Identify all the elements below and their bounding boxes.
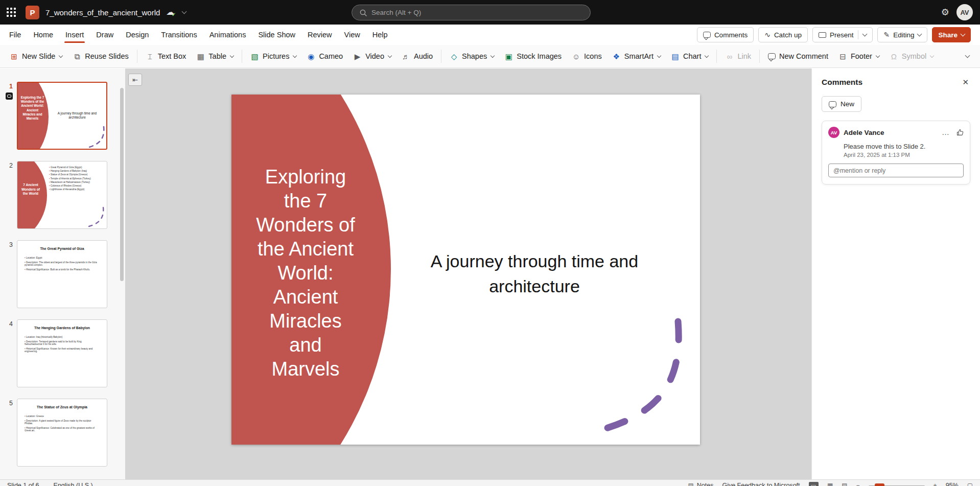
account-avatar[interactable]: AV xyxy=(956,4,973,20)
purple-dashes-shape[interactable] xyxy=(231,95,700,445)
app-launcher-button[interactable] xyxy=(0,0,22,25)
tab-animations[interactable]: Animations xyxy=(203,25,252,45)
thumbnail-scrollbar[interactable] xyxy=(120,88,124,281)
comment-badge[interactable] xyxy=(6,92,13,100)
table-button[interactable]: ▦ Table xyxy=(192,48,238,65)
tab-help[interactable]: Help xyxy=(366,25,394,45)
comment-reply-input[interactable] xyxy=(828,164,964,177)
shapes-button[interactable]: ◇ Shapes xyxy=(445,48,499,65)
thumb-title: The Statue of Zeus at Olympia xyxy=(17,405,107,409)
slide-sorter-view-button[interactable]: ▦ xyxy=(827,482,833,486)
slide-thumbnail-panel: 1 Exploring the 7 Wonders of the Ancient… xyxy=(0,68,125,479)
zoom-in-button[interactable]: + xyxy=(934,482,937,486)
footer-button[interactable]: ⊟ Footer xyxy=(834,48,884,65)
close-icon[interactable]: ✕ xyxy=(961,76,970,88)
avatar-initials: AV xyxy=(831,130,837,135)
tab-draw[interactable]: Draw xyxy=(90,25,120,45)
tab-review[interactable]: Review xyxy=(301,25,338,45)
video-button[interactable]: ▶ Video xyxy=(348,48,396,65)
search-box[interactable] xyxy=(352,5,591,20)
smartart-button[interactable]: ❖ SmartArt xyxy=(608,48,665,65)
cameo-button[interactable]: ◉ Cameo xyxy=(302,48,347,65)
waffle-icon xyxy=(7,8,16,17)
powerpoint-logo-icon[interactable]: P xyxy=(26,6,39,19)
zoom-out-button[interactable]: − xyxy=(856,482,860,486)
notes-toggle[interactable]: ▤ Notes xyxy=(688,482,713,486)
normal-view-button[interactable]: ▭ xyxy=(809,482,819,486)
tab-design[interactable]: Design xyxy=(120,25,155,45)
slide-5-thumbnail[interactable]: The Statue of Zeus at Olympia Location: … xyxy=(17,399,107,467)
tab-transitions[interactable]: Transitions xyxy=(155,25,203,45)
settings-gear-icon[interactable]: ⚙ xyxy=(941,7,949,18)
bullet: Location: Egypt xyxy=(25,257,97,260)
title-chevron-down-icon[interactable] xyxy=(182,9,187,14)
slide-4-thumbnail[interactable]: The Hanging Gardens of Babylon Location:… xyxy=(17,319,107,387)
share-chevron-down-icon xyxy=(961,32,966,37)
cameo-icon: ◉ xyxy=(307,53,315,60)
catch-up-label: Catch up xyxy=(774,31,802,39)
more-options-icon[interactable]: … xyxy=(942,131,950,134)
ribbon-collapse-button[interactable] xyxy=(960,49,975,64)
bullet: Historical Significance: Built as a tomb… xyxy=(25,268,97,271)
new-slide-icon: ⊞ xyxy=(10,53,18,60)
slide-number: 4 xyxy=(9,320,13,328)
zoom-slider-thumb[interactable] xyxy=(875,483,884,486)
ribbon-label: Audio xyxy=(414,52,433,60)
ribbon-label: New Comment xyxy=(779,52,828,60)
slide-2-thumbnail[interactable]: 7 Ancient Wonders of the World Great Pyr… xyxy=(17,161,107,229)
zoom-level[interactable]: 95% xyxy=(946,482,959,486)
chevron-down-icon xyxy=(230,53,234,57)
new-slide-button[interactable]: ⊞ New Slide xyxy=(5,48,67,65)
thumb-bullets: Location: Egypt Description: The oldest … xyxy=(25,257,97,271)
status-bar: Slide 1 of 6 English (U.S.) ▤ Notes Give… xyxy=(0,479,980,486)
feedback-link[interactable]: Give Feedback to Microsoft xyxy=(722,482,800,486)
slide-3-thumbnail[interactable]: The Great Pyramid of Giza Location: Egyp… xyxy=(17,240,107,308)
share-button[interactable]: Share xyxy=(932,27,971,42)
collapse-pane-icon: ⇤ xyxy=(132,76,138,84)
chevron-down-icon xyxy=(930,53,934,57)
notes-label: Notes xyxy=(697,482,714,486)
like-icon[interactable] xyxy=(956,129,964,136)
ribbon-label: Footer xyxy=(851,52,872,60)
text-box-button[interactable]: ⌶ Text Box xyxy=(141,48,191,65)
audio-button[interactable]: ♬ Audio xyxy=(397,48,437,65)
new-comment-icon xyxy=(768,53,776,59)
tab-slide-show[interactable]: Slide Show xyxy=(252,25,301,45)
divider xyxy=(137,50,137,63)
symbol-button: Ω Symbol xyxy=(885,48,938,65)
slide-editor[interactable]: Exploring the 7 Wonders of the Ancient W… xyxy=(231,95,700,445)
fit-to-window-button[interactable]: ▢ xyxy=(967,482,973,486)
chart-button[interactable]: ▤ Chart xyxy=(666,48,713,65)
tab-insert[interactable]: Insert xyxy=(59,25,90,45)
catch-up-button[interactable]: ∿ Catch up xyxy=(758,27,808,42)
collapse-thumbnails-button[interactable]: ⇤ xyxy=(128,74,142,86)
language-selector[interactable]: English (U.S.) xyxy=(54,482,93,486)
ribbon-label: Reuse Slides xyxy=(85,52,128,60)
tab-view[interactable]: View xyxy=(338,25,366,45)
saved-cloud-icon: ☁ ✓ xyxy=(166,8,174,16)
thumbnail-row-5: 5 The Statue of Zeus at Olympia Location… xyxy=(0,399,107,467)
comment-card[interactable]: AV Adele Vance … Please move this to Sli… xyxy=(822,121,970,184)
thumb-title: The Hanging Gardens of Babylon xyxy=(17,326,107,330)
tab-file[interactable]: File xyxy=(3,25,27,45)
tab-home[interactable]: Home xyxy=(27,25,59,45)
new-comment-pane-button[interactable]: New xyxy=(822,96,861,112)
purple-dashes-shape xyxy=(18,83,107,150)
reading-view-button[interactable]: ▤ xyxy=(842,482,847,486)
slide-number: 1 xyxy=(9,83,13,90)
pictures-button[interactable]: ▧ Pictures xyxy=(246,48,301,65)
present-button[interactable]: Present xyxy=(812,27,873,42)
reuse-slides-button[interactable]: ⧉ Reuse Slides xyxy=(68,48,133,65)
ribbon-label: Link xyxy=(737,52,751,60)
icons-button[interactable]: ☺ Icons xyxy=(567,48,606,65)
present-chevron-down-icon[interactable] xyxy=(862,32,868,37)
search-input[interactable] xyxy=(371,9,582,16)
document-title[interactable]: 7_wonders_of_the_ancient_world xyxy=(45,8,160,17)
comment-icon xyxy=(7,95,11,98)
new-comment-button[interactable]: New Comment xyxy=(763,48,833,65)
bullet: Location: Iraq (historically Babylon) xyxy=(25,336,97,339)
stock-images-button[interactable]: ▣ Stock Images xyxy=(500,48,566,65)
slide-1-thumbnail[interactable]: Exploring the 7 Wonders of the Ancient W… xyxy=(17,82,107,150)
comments-button[interactable]: Comments xyxy=(697,27,754,42)
editing-mode-button[interactable]: ✎ Editing xyxy=(877,27,927,42)
